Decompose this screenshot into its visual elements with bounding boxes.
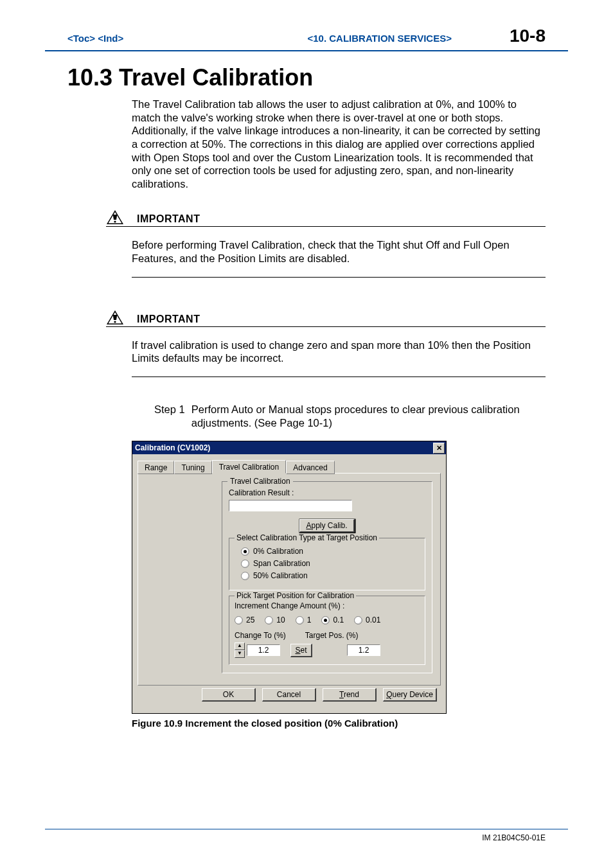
svg-point-5 [114,321,116,323]
radio-50pct[interactable]: 50% Calibration [241,571,420,580]
tab-panel: Travel Calibration Calibration Result : … [138,473,441,686]
group-pick-title: Pick Target Position for Calibration [235,591,356,600]
important-text-1: Before performing Travel Calibration, ch… [132,238,546,277]
calibration-result-input[interactable] [229,500,352,511]
incr-10[interactable]: 10 [265,616,285,624]
group-travel-calibration: Travel Calibration Calibration Result : … [222,481,432,673]
set-button[interactable]: SetSet [290,644,312,657]
header-left: <Toc> <Ind> [67,33,123,44]
tab-travel-calibration[interactable]: Travel Calibration [212,460,287,474]
tabs: Range Tuning Travel Calibration Advanced [138,459,441,473]
footer-doc-id: IM 21B04C50-01E [482,833,546,842]
step-1-text: Perform Auto or Manual stops procedures … [191,403,546,429]
link-toc[interactable]: <Toc> [67,33,95,44]
target-pos-input[interactable]: 1.2 [347,644,380,656]
step-1: Step 1 Perform Auto or Manual stops proc… [154,403,546,429]
radio-icon [241,572,249,580]
important-block-2: IMPORTANT If travel calibration is used … [106,310,546,377]
warning-icon [106,209,124,225]
important-text-2: If travel calibration is used to change … [132,339,546,377]
tab-range[interactable]: Range [138,461,174,474]
close-icon[interactable]: ✕ [433,443,445,454]
radio-0pct-label: 0% Calibration [253,547,303,556]
intro-paragraph: The Travel Calibration tab allows the us… [132,98,546,190]
incr-0-1[interactable]: 0.1 [321,616,344,624]
incr-25[interactable]: 25 [235,616,254,624]
query-device-button[interactable]: Query DeviceQuery Device [383,688,437,702]
radio-span-label: Span Calibration [253,559,310,568]
step-1-label: Step 1 [154,403,185,429]
increment-options: 25 10 1 0.1 0.01 [235,616,420,624]
warning-icon [106,310,124,325]
figure-caption: Figure 10.9 Increment the closed positio… [132,718,568,729]
apply-calib-button[interactable]: AApply Calib.pply Calib. [299,519,355,533]
important-label-1: IMPORTANT [137,213,200,225]
section-title: 10.3 Travel Calibration [67,64,568,91]
group-select-title: Select Calibration Type at Target Positi… [235,533,379,542]
link-ind[interactable]: <Ind> [98,33,123,44]
ok-button[interactable]: OK [202,688,256,702]
page-header: <Toc> <Ind> <10. CALIBRATION SERVICES> 1… [45,26,568,51]
calibration-result-label: Calibration Result : [229,488,425,497]
change-to-label: Change To (%) [235,631,286,640]
important-label-2: IMPORTANT [137,314,200,325]
page-number: 10-8 [510,26,546,46]
change-to-spinner[interactable]: ▲ ▼ 1.2 [235,642,280,658]
group-pick-target: Pick Target Position for Calibration Inc… [229,596,425,665]
tab-tuning[interactable]: Tuning [174,461,211,474]
spin-up-icon[interactable]: ▲ [235,642,245,650]
svg-point-2 [114,221,116,223]
group-select-calibration-type: Select Calibration Type at Target Positi… [229,538,425,590]
dialog-titlebar: Calibration (CV1002) ✕ [132,441,446,454]
radio-icon [241,560,249,568]
increment-label: Increment Change Amount (%) : [235,601,420,610]
change-to-input[interactable]: 1.2 [247,644,280,656]
trend-button[interactable]: TrendTrend [323,688,377,702]
dialog-title: Calibration (CV1002) [135,443,210,452]
chapter-label: <10. CALIBRATION SERVICES> [307,33,452,44]
radio-span[interactable]: Span Calibration [241,559,420,568]
tab-advanced[interactable]: Advanced [286,461,334,474]
incr-1[interactable]: 1 [296,616,312,624]
radio-50pct-label: 50% Calibration [253,571,308,580]
spin-down-icon[interactable]: ▼ [235,650,245,658]
target-pos-label: Target Pos. (%) [305,631,359,640]
dialog-buttons: OK Cancel TrendTrend Query DeviceQuery D… [138,686,441,708]
important-block-1: IMPORTANT Before performing Travel Calib… [106,209,546,277]
radio-0pct[interactable]: 0% Calibration [241,547,420,556]
group-travel-title: Travel Calibration [227,477,293,486]
calibration-dialog: Calibration (CV1002) ✕ Range Tuning Trav… [132,441,447,714]
footer-rule [45,829,568,829]
cancel-button[interactable]: Cancel [262,688,316,702]
radio-icon [241,547,249,556]
incr-0-01[interactable]: 0.01 [354,616,380,624]
